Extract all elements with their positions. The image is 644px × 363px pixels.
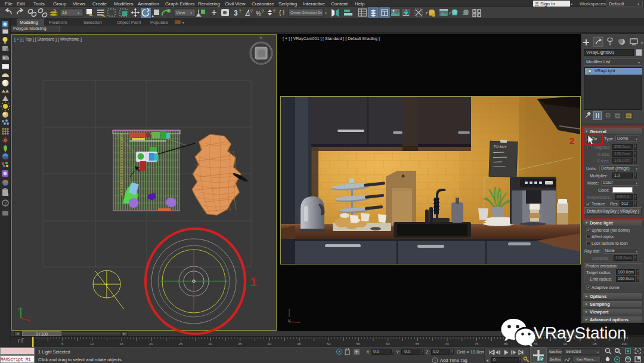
svg-text:25: 25 <box>179 342 183 346</box>
svg-text:{: { <box>279 10 281 16</box>
svg-text:30: 30 <box>208 342 212 346</box>
svg-text:?: ? <box>239 8 242 14</box>
svg-text:?: ? <box>4 201 7 206</box>
svg-text:35: 35 <box>238 342 242 346</box>
svg-text:?: ? <box>261 8 264 14</box>
svg-text:60: 60 <box>386 342 390 346</box>
svg-text:x: x <box>29 315 31 319</box>
svg-text:75: 75 <box>475 342 479 346</box>
svg-text:40: 40 <box>267 342 271 346</box>
svg-text:55: 55 <box>356 342 360 346</box>
svg-text:50: 50 <box>327 342 331 346</box>
svg-text:100: 100 <box>621 342 628 346</box>
svg-text:TO BUY: TO BUY <box>494 144 507 149</box>
svg-text:▾: ▾ <box>78 11 79 15</box>
svg-text:All: All <box>62 11 67 15</box>
svg-text:70: 70 <box>445 342 449 346</box>
svg-text:80: 80 <box>504 342 508 346</box>
svg-text:»: » <box>640 40 643 45</box>
svg-text:15: 15 <box>119 342 123 346</box>
svg-text:▾: ▾ <box>190 11 192 15</box>
svg-text:3: 3 <box>234 9 238 17</box>
svg-text:65: 65 <box>415 342 419 346</box>
svg-text:85: 85 <box>534 342 538 346</box>
svg-text:45: 45 <box>297 342 301 346</box>
svg-text:%: % <box>256 10 261 17</box>
svg-text:y: y <box>18 307 20 310</box>
svg-text:90: 90 <box>563 342 567 346</box>
svg-text:3: 3 <box>7 193 9 196</box>
svg-text:20: 20 <box>149 342 153 346</box>
svg-text:95: 95 <box>593 342 597 346</box>
svg-text:ʇ: ʇ <box>283 10 284 16</box>
svg-text:N: N <box>260 36 262 39</box>
svg-text:10: 10 <box>90 342 94 346</box>
svg-text:View: View <box>176 11 185 15</box>
svg-text:▾: ▾ <box>325 11 327 15</box>
svg-text:?: ? <box>273 8 275 14</box>
svg-text:?: ? <box>250 8 253 14</box>
svg-text:Create Selection Se: Create Selection Se <box>290 11 323 14</box>
